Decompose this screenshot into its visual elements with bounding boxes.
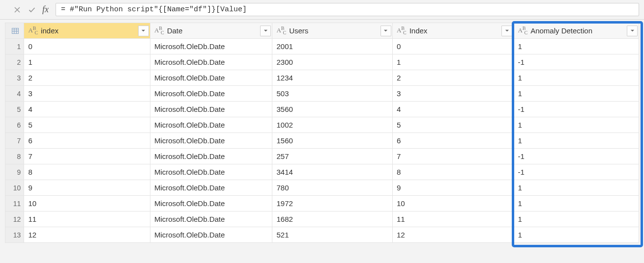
cell-index_uc[interactable]: 4	[392, 102, 513, 117]
column-filter-dropdown[interactable]	[501, 26, 512, 36]
cell-index_lc[interactable]: 3	[24, 86, 150, 102]
table-row[interactable]: 1312Microsoft.OleDb.Date521121	[5, 227, 639, 243]
row-number[interactable]: 12	[5, 211, 24, 227]
cell-index_uc[interactable]: 12	[392, 227, 513, 243]
column-header-date[interactable]: ABC Date	[150, 23, 272, 39]
table-row[interactable]: 32Microsoft.OleDb.Date123421	[5, 70, 639, 86]
cell-date[interactable]: Microsoft.OleDb.Date	[150, 164, 272, 180]
cell-index_lc[interactable]: 9	[24, 180, 150, 196]
cell-index_lc[interactable]: 12	[24, 227, 150, 243]
cell-users[interactable]: 780	[272, 180, 392, 196]
cell-anomaly[interactable]: 1	[514, 211, 639, 227]
cell-index_lc[interactable]: 5	[24, 117, 150, 133]
cell-date[interactable]: Microsoft.OleDb.Date	[150, 102, 272, 117]
cell-anomaly[interactable]: 1	[514, 196, 639, 211]
column-header-users[interactable]: ABC Users	[272, 23, 392, 39]
cell-anomaly[interactable]: 1	[514, 180, 639, 196]
table-row[interactable]: 65Microsoft.OleDb.Date100251	[5, 117, 639, 133]
cell-index_uc[interactable]: 3	[392, 86, 513, 102]
column-filter-dropdown[interactable]	[260, 26, 271, 36]
accept-formula-button[interactable]	[25, 3, 39, 16]
cell-anomaly[interactable]: 1	[514, 39, 639, 54]
cell-date[interactable]: Microsoft.OleDb.Date	[150, 117, 272, 133]
column-header-index-cap[interactable]: ABC Index	[392, 23, 513, 39]
cell-date[interactable]: Microsoft.OleDb.Date	[150, 180, 272, 196]
table-row[interactable]: 43Microsoft.OleDb.Date50331	[5, 86, 639, 102]
table-row[interactable]: 1110Microsoft.OleDb.Date1972101	[5, 196, 639, 211]
table-row[interactable]: 54Microsoft.OleDb.Date35604-1	[5, 102, 639, 117]
cell-date[interactable]: Microsoft.OleDb.Date	[150, 227, 272, 243]
table-row[interactable]: 98Microsoft.OleDb.Date34148-1	[5, 164, 639, 180]
row-number[interactable]: 6	[5, 117, 24, 133]
cancel-formula-button[interactable]	[10, 3, 25, 16]
table-row[interactable]: 109Microsoft.OleDb.Date78091	[5, 180, 639, 196]
cell-date[interactable]: Microsoft.OleDb.Date	[150, 86, 272, 102]
column-filter-dropdown[interactable]	[138, 26, 149, 36]
cell-users[interactable]: 3560	[272, 102, 392, 117]
row-number[interactable]: 3	[5, 70, 24, 86]
cell-anomaly[interactable]: -1	[514, 164, 639, 180]
cell-index_uc[interactable]: 0	[392, 39, 513, 54]
cell-date[interactable]: Microsoft.OleDb.Date	[150, 133, 272, 149]
cell-users[interactable]: 1002	[272, 117, 392, 133]
cell-date[interactable]: Microsoft.OleDb.Date	[150, 70, 272, 86]
cell-index_lc[interactable]: 10	[24, 196, 150, 211]
table-row[interactable]: 1211Microsoft.OleDb.Date1682111	[5, 211, 639, 227]
cell-index_lc[interactable]: 4	[24, 102, 150, 117]
cell-users[interactable]: 1560	[272, 133, 392, 149]
row-number[interactable]: 2	[5, 54, 24, 70]
cell-anomaly[interactable]: 1	[514, 227, 639, 243]
cell-index_lc[interactable]: 7	[24, 149, 150, 164]
column-filter-dropdown[interactable]	[381, 26, 391, 36]
cell-index_uc[interactable]: 6	[392, 133, 513, 149]
cell-index_uc[interactable]: 11	[392, 211, 513, 227]
cell-anomaly[interactable]: 1	[514, 133, 639, 149]
cell-index_uc[interactable]: 5	[392, 117, 513, 133]
cell-index_lc[interactable]: 0	[24, 39, 150, 54]
cell-users[interactable]: 2300	[272, 54, 392, 70]
table-corner[interactable]	[5, 23, 24, 39]
cell-users[interactable]: 257	[272, 149, 392, 164]
cell-users[interactable]: 503	[272, 86, 392, 102]
cell-date[interactable]: Microsoft.OleDb.Date	[150, 54, 272, 70]
cell-date[interactable]: Microsoft.OleDb.Date	[150, 196, 272, 211]
cell-index_lc[interactable]: 6	[24, 133, 150, 149]
column-header-anomaly[interactable]: ABC Anomaly Detection	[514, 23, 639, 39]
cell-index_uc[interactable]: 2	[392, 70, 513, 86]
cell-date[interactable]: Microsoft.OleDb.Date	[150, 39, 272, 54]
table-row[interactable]: 21Microsoft.OleDb.Date23001-1	[5, 54, 639, 70]
row-number[interactable]: 4	[5, 86, 24, 102]
cell-anomaly[interactable]: 1	[514, 117, 639, 133]
cell-anomaly[interactable]: -1	[514, 149, 639, 164]
row-number[interactable]: 5	[5, 102, 24, 117]
cell-date[interactable]: Microsoft.OleDb.Date	[150, 149, 272, 164]
cell-users[interactable]: 1682	[272, 211, 392, 227]
cell-index_lc[interactable]: 8	[24, 164, 150, 180]
cell-users[interactable]: 1234	[272, 70, 392, 86]
row-number[interactable]: 7	[5, 133, 24, 149]
cell-index_uc[interactable]: 7	[392, 149, 513, 164]
cell-anomaly[interactable]: -1	[514, 54, 639, 70]
table-row[interactable]: 87Microsoft.OleDb.Date2577-1	[5, 149, 639, 164]
formula-input[interactable]: = #"Run Python script"{[Name="df"]}[Valu…	[56, 3, 639, 16]
cell-users[interactable]: 3414	[272, 164, 392, 180]
cell-index_uc[interactable]: 8	[392, 164, 513, 180]
cell-date[interactable]: Microsoft.OleDb.Date	[150, 211, 272, 227]
row-number[interactable]: 11	[5, 196, 24, 211]
cell-index_uc[interactable]: 10	[392, 196, 513, 211]
row-number[interactable]: 1	[5, 39, 24, 54]
cell-users[interactable]: 1972	[272, 196, 392, 211]
cell-anomaly[interactable]: -1	[514, 102, 639, 117]
row-number[interactable]: 8	[5, 149, 24, 164]
cell-users[interactable]: 521	[272, 227, 392, 243]
cell-index_lc[interactable]: 1	[24, 54, 150, 70]
cell-index_lc[interactable]: 2	[24, 70, 150, 86]
cell-index_lc[interactable]: 11	[24, 211, 150, 227]
cell-users[interactable]: 2001	[272, 39, 392, 54]
row-number[interactable]: 9	[5, 164, 24, 180]
row-number[interactable]: 10	[5, 180, 24, 196]
column-header-index[interactable]: ABC index	[24, 23, 150, 39]
row-number[interactable]: 13	[5, 227, 24, 243]
cell-index_uc[interactable]: 9	[392, 180, 513, 196]
column-filter-dropdown[interactable]	[627, 26, 638, 36]
